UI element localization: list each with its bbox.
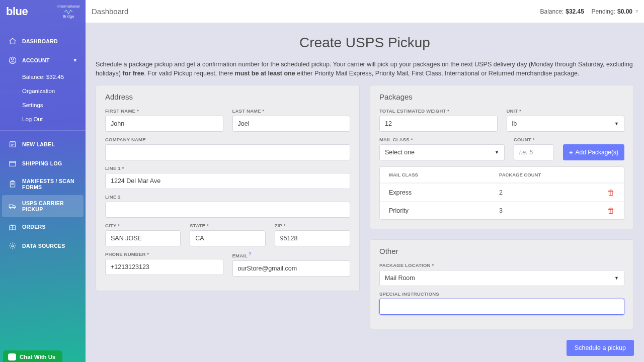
packages-title: Packages <box>379 93 624 101</box>
nav-data-sources-text: DATA SOURCES <box>22 243 65 249</box>
svg-point-6 <box>10 207 11 208</box>
nav-shipping-log-text: SHIPPING LOG <box>22 160 62 166</box>
line2-input[interactable] <box>105 202 350 218</box>
topbar: Dashboard Balance: $32.45 Pending: $0.00… <box>86 0 644 23</box>
email-input[interactable] <box>232 260 351 277</box>
nav-data-sources[interactable]: DATA SOURCES <box>0 236 86 255</box>
city-input[interactable] <box>105 230 181 246</box>
first-name-input[interactable] <box>105 116 223 132</box>
svg-point-0 <box>12 58 14 60</box>
nav-organization[interactable]: Organization <box>0 84 86 98</box>
page-breadcrumb: Dashboard <box>92 7 128 16</box>
chat-bubble-icon <box>8 353 16 360</box>
topbar-balance: Balance: $32.45 Pending: $0.00 ? <box>540 8 638 15</box>
help-icon[interactable]: ? <box>635 9 638 14</box>
nav-settings[interactable]: Settings <box>0 98 86 112</box>
nav-orders[interactable]: ORDERS <box>0 217 86 236</box>
nav-orders-text: ORDERS <box>22 224 46 230</box>
plus-icon: + <box>569 149 573 156</box>
instructions-input[interactable] <box>379 299 624 315</box>
sidebar-header: blue International Bridge <box>0 0 86 23</box>
package-row: Express 2 🗑 <box>380 183 624 201</box>
count-label: COUNT * <box>514 137 554 142</box>
nav-logout[interactable]: Log Out <box>0 112 86 126</box>
address-card: Address FIRST NAME * LAST NAME * COMPANY… <box>96 85 360 291</box>
phone-label: PHONE NUMBER * <box>105 251 223 257</box>
nav-usps-pickup-text: USPS CARRIER PICKUP <box>22 200 77 212</box>
nav: DASHBOARD ACCOUNT ▼ Balance: $32.45 Orga… <box>0 23 86 255</box>
brand-logo: blue <box>6 5 28 18</box>
col-package-count: PACKAGE COUNT <box>499 172 600 177</box>
address-title: Address <box>105 93 350 101</box>
schedule-pickup-button[interactable]: Schedule a pickup <box>567 340 634 356</box>
gear-icon <box>8 241 17 250</box>
other-card: Other PACKAGE LOCATION * Mail Room▼ SPEC… <box>370 239 634 329</box>
chat-button[interactable]: Chat With Us <box>3 350 62 362</box>
packages-table: MAIL CLASS PACKAGE COUNT Express 2 🗑 Pri… <box>379 166 624 220</box>
city-label: CITY * <box>105 223 181 228</box>
row-count: 3 <box>499 207 600 214</box>
company-label: COMPANY NAME <box>105 137 350 142</box>
weight-input[interactable] <box>379 116 498 132</box>
svg-rect-3 <box>10 161 16 166</box>
email-label: EMAIL? <box>232 251 351 258</box>
state-input[interactable] <box>190 230 265 246</box>
unit-label: UNIT * <box>507 108 625 114</box>
user-icon <box>8 56 17 65</box>
packages-card: Packages TOTAL ESTIMATED WEIGHT * UNIT *… <box>370 85 634 229</box>
page-description: Schedule a package pickup and get a conf… <box>96 60 634 78</box>
page-title: Create USPS Pickup <box>96 35 634 51</box>
main-content: Create USPS Pickup Schedule a package pi… <box>86 23 644 362</box>
packages-table-head: MAIL CLASS PACKAGE COUNT <box>380 167 624 183</box>
bridge-icon <box>64 10 73 15</box>
line2-label: LINE 2 <box>105 194 350 200</box>
truck-icon <box>8 202 17 211</box>
state-label: STATE * <box>190 223 265 228</box>
nav-dashboard-label: DASHBOARD <box>22 38 58 44</box>
location-select[interactable]: Mail Room▼ <box>379 270 624 286</box>
instructions-label: SPECIAL INSTRUCTIONS <box>379 291 624 297</box>
nav-shipping-log[interactable]: SHIPPING LOG <box>0 154 86 173</box>
unit-select[interactable]: lb▼ <box>507 116 625 132</box>
line1-input[interactable] <box>105 173 350 189</box>
row-count: 2 <box>499 189 600 196</box>
zip-input[interactable] <box>275 230 350 246</box>
brand-badge-bottom: Bridge <box>62 15 74 19</box>
caret-down-icon: ▼ <box>73 58 77 63</box>
chevron-down-icon: ▼ <box>614 276 619 281</box>
nav-account[interactable]: ACCOUNT ▼ <box>0 51 86 70</box>
company-input[interactable] <box>105 144 350 160</box>
chevron-down-icon: ▼ <box>495 150 499 155</box>
trash-icon[interactable]: 🗑 <box>607 188 615 197</box>
box-icon <box>8 159 17 168</box>
add-package-button[interactable]: +Add Package(s) <box>563 144 624 160</box>
weight-label: TOTAL ESTIMATED WEIGHT * <box>379 108 498 114</box>
nav-manifests[interactable]: MANIFESTS / SCAN FORMS <box>0 173 86 195</box>
brand-badge: International Bridge <box>57 5 79 19</box>
mail-class-select[interactable]: Select one▼ <box>379 144 505 160</box>
phone-input[interactable] <box>105 259 223 275</box>
last-name-input[interactable] <box>232 116 351 132</box>
chevron-down-icon: ▼ <box>614 121 619 126</box>
line1-label: LINE 1 * <box>105 165 350 171</box>
nav-new-label[interactable]: NEW LABEL <box>0 135 86 154</box>
last-name-label: LAST NAME * <box>232 108 351 114</box>
clipboard-icon <box>8 179 17 189</box>
nav-usps-pickup[interactable]: USPS CARRIER PICKUP <box>2 195 84 217</box>
trash-icon[interactable]: 🗑 <box>607 206 615 215</box>
nav-manifests-text: MANIFESTS / SCAN FORMS <box>22 178 77 190</box>
location-label: PACKAGE LOCATION * <box>379 262 624 268</box>
other-title: Other <box>379 247 624 255</box>
col-mail-class: MAIL CLASS <box>389 172 499 177</box>
zip-label: ZIP * <box>275 223 350 228</box>
nav-account-label: ACCOUNT <box>22 57 50 63</box>
brand-badge-top: International <box>57 5 79 9</box>
count-input[interactable] <box>514 144 554 160</box>
sidebar: blue International Bridge DASHBOARD ACCO… <box>0 0 86 362</box>
chat-label: Chat With Us <box>20 354 55 360</box>
nav-balance[interactable]: Balance: $32.45 <box>0 70 86 84</box>
mail-class-label: MAIL CLASS * <box>379 137 505 142</box>
nav-dashboard[interactable]: DASHBOARD <box>0 32 86 51</box>
row-class: Priority <box>389 207 499 214</box>
help-icon[interactable]: ? <box>249 251 252 256</box>
